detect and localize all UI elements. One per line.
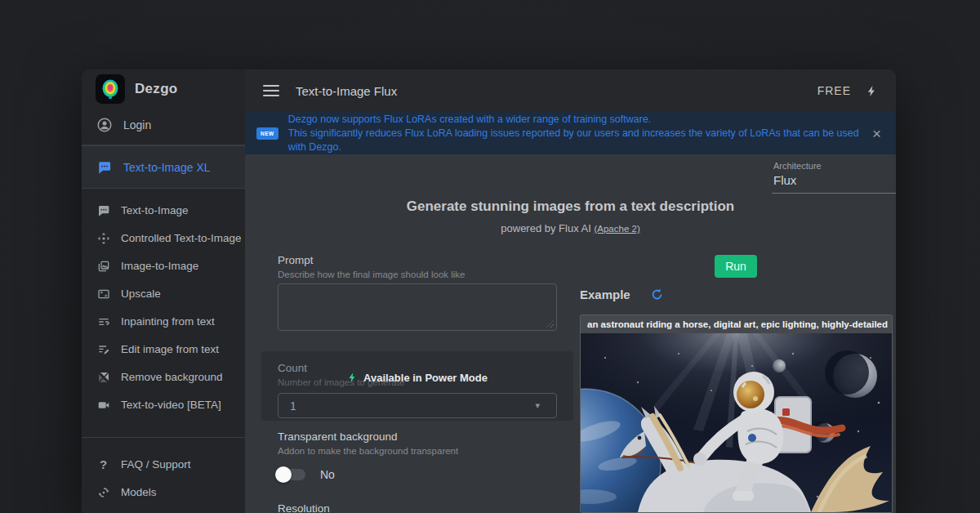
sidebar-footer: ? FAQ / Support Models [82, 438, 245, 513]
transparent-hint: Addon to make the background transparent [278, 446, 458, 456]
sidebar-item-label: Inpainting from text [121, 315, 215, 328]
sidebar-item-label: Edit image from text [121, 343, 219, 355]
wrap-lines-icon [96, 314, 110, 328]
sidebar-item-text-to-image[interactable]: Text-to-Image [82, 197, 245, 225]
count-group: Count Number of images to generate 1 ▾ A… [261, 351, 573, 421]
prompt-input[interactable] [278, 283, 557, 331]
chat-bubble-icon [96, 159, 113, 176]
brand-name: Dezgo [135, 81, 178, 97]
brand[interactable]: Dezgo [82, 69, 245, 109]
sidebar-item-label: Models [121, 486, 157, 498]
architecture-label: Architecture [773, 161, 896, 171]
example-title: Example [580, 288, 630, 301]
sidebar-item-text-to-video[interactable]: Text-to-video [BETA] [82, 391, 245, 419]
page-heading: Generate stunning images from a text des… [245, 199, 896, 215]
example-caption: an astronaut riding a horse, digital art… [581, 315, 892, 333]
example-card: an astronaut riding a horse, digital art… [580, 314, 893, 513]
sidebar-item-image-to-image[interactable]: Image-to-Image [82, 252, 245, 280]
new-badge: NEW [256, 127, 278, 140]
banner-message: Dezgo now supports Flux LoRAs created wi… [288, 113, 869, 154]
sidebar-item-label: Remove background [121, 371, 223, 383]
power-mode-bolt-icon[interactable] [866, 84, 878, 98]
sidebar-item-faq-support[interactable]: ? FAQ / Support [82, 451, 245, 479]
refresh-icon[interactable] [650, 288, 664, 301]
toggle-state-label: No [320, 468, 335, 481]
news-banner: NEW Dezgo now supports Flux LoRAs create… [245, 112, 896, 154]
power-mode-text: Available in Power Mode [363, 372, 488, 384]
sidebar-item-models[interactable]: Models [82, 479, 245, 506]
person-icon [96, 117, 113, 133]
close-icon[interactable]: × [869, 124, 884, 143]
menu-icon[interactable] [263, 85, 279, 96]
aspect-ratio-icon [96, 287, 110, 301]
remove-bg-icon [96, 370, 110, 384]
chevron-down-icon: ▾ [535, 400, 540, 411]
images-icon [96, 259, 110, 273]
app-window: Dezgo Login Text-to-Image XL [82, 69, 896, 513]
example-header: Example [580, 288, 664, 301]
banner-line-2: This significantly reduces Flux LoRA loa… [288, 127, 869, 154]
sidebar-nav: Text-to-Image Controlled Text-to-Image [82, 189, 245, 426]
sidebar-item-remove-background[interactable]: Remove background [82, 364, 245, 391]
sidebar-item-label: Image-to-Image [121, 260, 198, 272]
transparent-label: Transparent background [278, 430, 458, 443]
transparent-background-group: Transparent background Addon to make the… [278, 430, 458, 481]
resolution-label: Resolution [278, 502, 330, 513]
login-button[interactable]: Login [82, 109, 245, 140]
prompt-group: Prompt Describe how the final image shou… [278, 254, 557, 331]
plan-badge[interactable]: FREE [817, 84, 851, 97]
page-title: Text-to-Image Flux [296, 84, 397, 98]
subtitle-text: powered by Flux AI [501, 222, 594, 234]
banner-line-1: Dezgo now supports Flux LoRAs created wi… [288, 113, 869, 127]
prompt-label: Prompt [278, 254, 557, 266]
sidebar: Dezgo Login Text-to-Image XL [82, 69, 245, 513]
prompt-hint: Describe how the final image should look… [278, 270, 557, 279]
count-value: 1 [290, 399, 296, 413]
sidebar-item-label: Upscale [121, 288, 161, 300]
count-select[interactable]: 1 ▾ [278, 393, 557, 418]
chat-bubble-icon [96, 203, 110, 217]
sidebar-item-label: FAQ / Support [121, 458, 191, 471]
question-icon: ? [96, 457, 110, 471]
content-area: Architecture Flux Generate stunning imag… [245, 154, 896, 513]
edit-lines-icon [96, 342, 110, 356]
sidebar-item-controlled-text-to-image[interactable]: Controlled Text-to-Image [82, 225, 245, 252]
sidebar-item-label: Text-to-Image XL [123, 161, 211, 174]
transparent-toggle[interactable] [278, 469, 305, 480]
video-icon [96, 398, 110, 412]
move-icon [96, 231, 110, 245]
power-bolt-icon [347, 371, 358, 384]
sidebar-item-text-to-image-xl[interactable]: Text-to-Image XL [82, 145, 245, 189]
power-mode-overlay: Available in Power Mode [347, 371, 488, 384]
main-column: Text-to-Image Flux FREE NEW Dezgo now su… [245, 69, 896, 513]
example-image [581, 333, 892, 512]
dezgo-logo-icon [96, 74, 125, 104]
sidebar-item-upscale[interactable]: Upscale [82, 280, 245, 308]
apache-license-link[interactable]: (Apache 2) [594, 224, 639, 234]
sidebar-item-edit-image-from-text[interactable]: Edit image from text [82, 336, 245, 364]
models-icon [96, 485, 110, 499]
sidebar-item-label: Controlled Text-to-Image [121, 232, 242, 244]
login-label: Login [123, 118, 151, 132]
page-subtitle: powered by Flux AI (Apache 2) [245, 222, 896, 234]
topbar: Text-to-Image Flux FREE [245, 69, 896, 112]
sidebar-item-label: Text-to-video [BETA] [121, 399, 221, 411]
sidebar-item-inpainting-from-text[interactable]: Inpainting from text [82, 308, 245, 336]
toggle-knob [275, 466, 292, 483]
architecture-select[interactable]: Architecture Flux [772, 161, 896, 194]
architecture-value: Flux [773, 173, 896, 187]
sidebar-item-label: Text-to-Image [121, 204, 189, 216]
run-button[interactable]: Run [715, 255, 757, 278]
